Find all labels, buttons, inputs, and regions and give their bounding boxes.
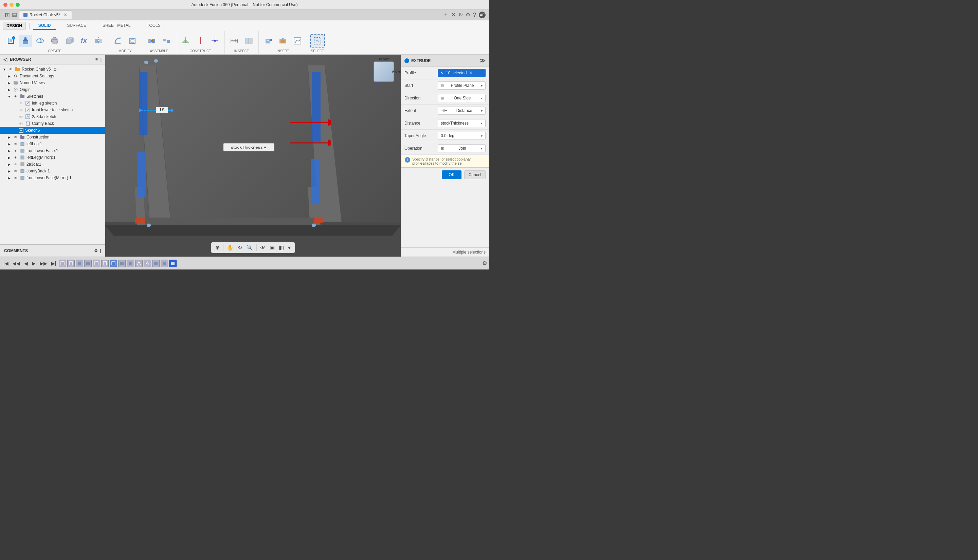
view-options-icon[interactable]: 👁 (259, 244, 267, 252)
axis-tool[interactable] (194, 35, 207, 47)
nav-cube-face[interactable]: FRONT RIGHT Z- (374, 62, 394, 82)
flfm1-toggle[interactable]: ▶ (7, 175, 12, 180)
llm1-vis-icon[interactable]: 👁 (13, 155, 18, 160)
tree-item-construction[interactable]: ▶ 👁 Construction (0, 134, 105, 140)
close-button[interactable] (3, 3, 7, 7)
decal-tool[interactable] (276, 35, 290, 47)
timeline-fwd-step-icon[interactable]: ▶▶ (38, 260, 48, 267)
viewport[interactable]: 18 stockThickness ▾ (105, 55, 401, 257)
operation-value[interactable]: ⊞ Join ▾ (438, 144, 486, 152)
explode-tool[interactable] (160, 35, 173, 47)
point-tool[interactable] (208, 35, 222, 47)
browser-root-item[interactable]: ▼ 👁 Rocket Chair v5 ⊙ (0, 66, 105, 73)
tab-close-icon[interactable]: ✕ (63, 12, 68, 18)
tree-item-leftlegmirror1[interactable]: ▶ 👁 leftLeg(Mirror):1 (0, 154, 105, 161)
cb1-toggle[interactable]: ▶ (7, 169, 12, 173)
joint-tool[interactable] (145, 35, 159, 47)
tl-item-6[interactable] (110, 260, 117, 267)
user-avatar[interactable]: AE (479, 12, 486, 18)
origin-expand-icon[interactable]: ▶ (7, 87, 12, 92)
tree-item-flfmirror1[interactable]: ▶ 👁 frontLowerFace(Mirror):1 (0, 175, 105, 181)
llm1-toggle[interactable]: ▶ (7, 155, 12, 160)
left-leg-vis-icon[interactable]: 👁 (18, 100, 24, 106)
measure-tool[interactable] (227, 35, 241, 47)
2a3da1-toggle[interactable]: ▶ (7, 162, 12, 167)
section-tool[interactable] (242, 35, 256, 47)
extent-value[interactable]: ⊣⊢ Distance ▾ (438, 107, 486, 115)
tree-item-left-leg-sketch[interactable]: ▶ 👁 left leg sketch (0, 100, 105, 107)
tl-item-8[interactable] (127, 260, 134, 267)
tree-item-named-views[interactable]: ▶ Named Views (0, 79, 105, 86)
tl-item-13[interactable] (169, 260, 177, 267)
distance-value[interactable]: stockThickness ▾ (438, 119, 486, 127)
sketches-visibility-icon[interactable]: 👁 (13, 94, 18, 99)
window-controls[interactable] (3, 3, 20, 7)
browser-pin-icon[interactable]: | (100, 57, 102, 62)
timeline-prev-icon[interactable]: ◀◀ (11, 260, 22, 267)
tree-item-doc-settings[interactable]: ▶ ⚙ Document Settings (0, 73, 105, 79)
revolve-tool[interactable] (33, 35, 47, 47)
doc-settings-expand-icon[interactable]: ▶ (7, 73, 12, 78)
tl-item-12[interactable] (160, 260, 168, 267)
main-tab[interactable]: Rocket Chair v5* ✕ (19, 10, 72, 19)
timeline-start-icon[interactable]: |◀ (2, 260, 10, 267)
named-views-expand-icon[interactable]: ▶ (7, 80, 12, 85)
tl-item-5[interactable] (101, 260, 108, 267)
tree-item-origin[interactable]: ▶ Origin (0, 86, 105, 93)
refresh-icon[interactable]: ↻ (459, 12, 463, 18)
ok-button[interactable]: OK (442, 170, 461, 179)
tree-item-sketch5[interactable]: ▶ Sketch5 (0, 127, 105, 134)
add-tab-icon[interactable]: ＋ (443, 11, 449, 18)
construction-expand-icon[interactable]: ▶ (7, 135, 12, 140)
extrude-tool[interactable] (19, 35, 32, 47)
insert-derive-tool[interactable] (262, 35, 275, 47)
comments-settings-icon[interactable]: ⚙ (94, 248, 98, 253)
tree-item-comfy-back[interactable]: ▶ 👁 Comfy Back (0, 120, 105, 127)
browser-settings-icon[interactable]: ≡ (95, 57, 98, 62)
maximize-button[interactable] (16, 3, 20, 7)
cancel-button[interactable]: Cancel (464, 170, 486, 179)
tree-item-frontlowerface1[interactable]: ▶ 👁 frontLowerFace:1 (0, 147, 105, 154)
tab-surface[interactable]: SURFACE (62, 22, 92, 30)
tl-item-9[interactable] (135, 260, 143, 267)
profile-clear-icon[interactable]: ✕ (469, 70, 473, 76)
flfm1-vis-icon[interactable]: 👁 (13, 175, 18, 180)
comments-pin-icon[interactable]: | (100, 248, 101, 253)
root-menu-icon[interactable]: ⊙ (53, 67, 57, 72)
tree-item-comfyback1[interactable]: ▶ 👁 comfyBack:1 (0, 168, 105, 175)
help-icon[interactable]: ? (473, 12, 476, 18)
menu-icon[interactable]: ▤ (12, 12, 17, 18)
nav-cube[interactable]: FRONT RIGHT Z- (370, 58, 397, 85)
plane-tool[interactable] (179, 35, 192, 47)
more-create-tool[interactable] (92, 35, 105, 47)
browser-collapse-icon[interactable]: ◁ (3, 57, 7, 62)
display-mode-icon[interactable]: ▣ (268, 244, 276, 252)
timeline-end-icon[interactable]: ▶| (50, 260, 58, 267)
leftleg1-toggle[interactable]: ▶ (7, 142, 12, 146)
tl-item-7[interactable] (118, 260, 126, 267)
more-vp-options-icon[interactable]: ▾ (287, 244, 292, 252)
pan-icon[interactable]: ✋ (225, 244, 235, 252)
tl-item-4[interactable] (93, 260, 100, 267)
direction-value[interactable]: ⊞ One Side ▾ (438, 94, 486, 102)
shell-tool[interactable] (126, 35, 139, 47)
grid-icon[interactable]: ⊞ (5, 11, 10, 19)
tab-tools[interactable]: TOOLS (141, 22, 166, 30)
timeline-back-step-icon[interactable]: ◀ (23, 260, 29, 267)
tab-solid[interactable]: SOLID (33, 22, 57, 30)
zoom-icon[interactable]: 🔍 (245, 244, 254, 252)
root-expand-icon[interactable]: ▼ (2, 67, 7, 72)
tree-item-2a3da-sketch[interactable]: ▶ 👁 2a3da sketch (0, 113, 105, 120)
2a3da1-vis-icon[interactable]: 👁 (13, 162, 18, 167)
box-tool[interactable] (62, 35, 76, 47)
sketches-expand-icon[interactable]: ▼ (7, 94, 12, 99)
leftleg1-vis-icon[interactable]: 👁 (13, 141, 18, 147)
tree-item-leftleg1[interactable]: ▶ 👁 leftLeg:1 (0, 140, 105, 147)
timeline-play-icon[interactable]: ▶ (30, 260, 37, 267)
flf1-toggle[interactable]: ▶ (7, 148, 12, 153)
minimize-button[interactable] (10, 3, 13, 7)
timeline-settings-icon[interactable]: ⚙ (482, 260, 487, 267)
sphere-tool[interactable] (48, 35, 62, 47)
close-window-icon[interactable]: ✕ (451, 12, 456, 18)
visual-style-icon[interactable]: ◧ (277, 244, 285, 252)
